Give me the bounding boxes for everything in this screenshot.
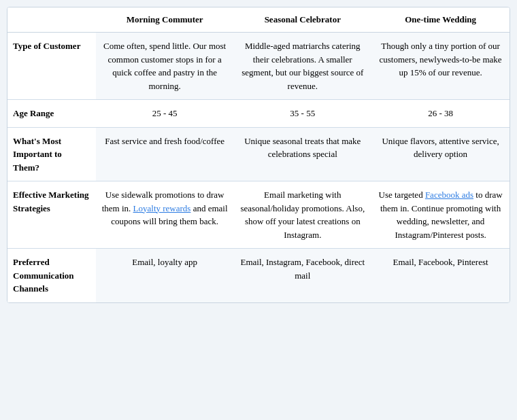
row-0-col3: Middle-aged matriarchs catering their ce… (233, 33, 371, 100)
row-0-col4: Though only a tiny portion of our custom… (371, 33, 510, 100)
row-4-col3: Email, Instagram, Facebook, direct mail (233, 249, 371, 302)
table-row: Type of CustomerCome often, spend little… (7, 33, 510, 100)
row-1-col2: 25 - 45 (96, 100, 234, 128)
row-4-col4: Email, Facebook, Pinterest (371, 249, 510, 302)
row-3-col3: Email marketing with seasonal/holiday pr… (233, 181, 371, 249)
header-col-label (7, 7, 96, 33)
header-col-one-time-wedding: One-time Wedding (371, 7, 510, 33)
table-row: Effective Marketing StrategiesUse sidewa… (7, 181, 510, 249)
link[interactable]: Facebook ads (425, 190, 473, 200)
row-2-col4: Unique flavors, attentive service, deliv… (371, 127, 510, 181)
header-col-seasonal-celebrator: Seasonal Celebrator (233, 7, 371, 33)
row-0-col2: Come often, spend little. Our most commo… (96, 33, 234, 100)
row-label: Type of Customer (7, 33, 96, 100)
customer-type-table: Morning Commuter Seasonal Celebrator One… (7, 7, 510, 303)
table-row: Age Range25 - 4535 - 5526 - 38 (7, 100, 510, 128)
row-label: Preferred Communication Channels (7, 249, 96, 302)
link[interactable]: Loyalty rewards (133, 203, 191, 213)
table-row: Preferred Communication ChannelsEmail, l… (7, 249, 510, 302)
row-label: Effective Marketing Strategies (7, 181, 96, 249)
row-3-col2[interactable]: Use sidewalk promotions to draw them in.… (96, 181, 234, 249)
row-1-col3: 35 - 55 (233, 100, 371, 128)
row-3-col4[interactable]: Use targeted Facebook ads to draw them i… (371, 181, 510, 249)
row-label: Age Range (7, 100, 96, 128)
row-1-col4: 26 - 38 (371, 100, 510, 128)
row-4-col2: Email, loyalty app (96, 249, 234, 302)
table-row: What's Most Important to Them?Fast servi… (7, 127, 510, 181)
table-header-row: Morning Commuter Seasonal Celebrator One… (7, 7, 510, 33)
row-label: What's Most Important to Them? (7, 127, 96, 181)
row-2-col3: Unique seasonal treats that make celebra… (233, 127, 371, 181)
header-col-morning-commuter: Morning Commuter (96, 7, 234, 33)
row-2-col2: Fast service and fresh food/coffee (96, 127, 234, 181)
